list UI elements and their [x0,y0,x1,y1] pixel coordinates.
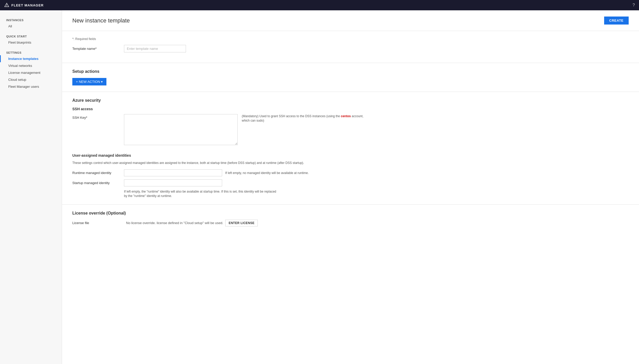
template-name-section: *: Required fields Template name* [62,31,639,63]
managed-identities-description: These settings control which user-assign… [72,161,629,165]
main-layout: INSTANCES All QUICK START Fleet blueprin… [0,10,639,364]
page-header: New instance template CREATE [62,10,639,31]
app-name: FLEET MANAGER [11,3,44,7]
ssh-hint-pre: (Mandatory) Used to grant SSH access to … [242,114,341,118]
new-action-button[interactable]: + NEW ACTION ▾ [72,78,106,85]
sidebar-item-fleet-blueprints[interactable]: Fleet blueprints [0,39,62,46]
runtime-identity-label: Runtime managed identity [72,171,124,175]
enter-license-button[interactable]: ENTER LICENSE [225,220,258,226]
create-button[interactable]: CREATE [604,17,629,25]
license-file-label: License file [72,221,124,225]
managed-identities-heading: User-assigned managed identities [72,153,629,157]
sidebar-section-instances: INSTANCES All [0,17,62,30]
sidebar-section-settings: SETTINGS Instance templates Virtual netw… [0,49,62,90]
startup-identity-input[interactable] [124,179,222,186]
template-name-label: Template name* [72,47,124,51]
sidebar-item-cloud-setup[interactable]: Cloud setup [0,76,62,83]
sidebar-item-license-management[interactable]: License management [0,69,62,76]
help-icon[interactable]: ? [633,3,635,7]
ssh-key-row: SSH Key* (Mandatory) Used to grant SSH a… [72,114,629,145]
license-file-row: License file No license override. licens… [72,220,629,226]
main-content: New instance template CREATE *: Required… [62,10,639,364]
sidebar-section-quickstart: QUICK START Fleet blueprints [0,33,62,46]
runtime-identity-hint: If left empty, no managed identity will … [225,171,309,175]
startup-identity-label: Startup managed identity [72,181,124,185]
ssh-key-input[interactable] [124,114,238,145]
template-name-row: Template name* [72,45,629,52]
page-title: New instance template [72,17,130,24]
ssh-hint-account: centos [341,114,351,118]
sidebar-section-title-settings: SETTINGS [0,49,62,55]
sidebar-item-virtual-networks[interactable]: Virtual networks [0,62,62,69]
runtime-identity-input[interactable] [124,169,222,176]
sidebar-item-all[interactable]: All [0,23,62,30]
ssh-access-heading: SSH access [72,107,629,111]
ssh-key-label: SSH Key* [72,114,124,120]
managed-identities-section: User-assigned managed identities These s… [72,153,629,198]
startup-identity-row: Startup managed identity [72,179,629,186]
top-nav: FLEET MANAGER ? [0,0,639,10]
azure-security-section: Azure security SSH access SSH Key* (Mand… [62,92,639,204]
svg-point-2 [6,6,7,6]
app-logo-icon [4,3,9,8]
startup-identity-hint: If left empty, the "runtime" identity wi… [124,189,279,198]
template-name-input[interactable] [124,45,186,52]
runtime-identity-row: Runtime managed identity If left empty, … [72,169,629,176]
setup-actions-heading: Setup actions [72,69,629,74]
license-override-section: License override (Optional) License file… [62,204,639,233]
azure-security-heading: Azure security [72,98,629,103]
license-override-heading: License override (Optional) [72,211,629,216]
no-license-text: No license override. license defined in … [126,221,223,225]
sidebar-section-title-quickstart: QUICK START [0,33,62,39]
sidebar-item-fleet-manager-users[interactable]: Fleet Manager users [0,83,62,90]
app-brand: FLEET MANAGER [4,3,44,8]
required-note: *: Required fields [72,37,629,41]
setup-actions-section: Setup actions + NEW ACTION ▾ [62,63,639,92]
sidebar: INSTANCES All QUICK START Fleet blueprin… [0,10,62,364]
sidebar-item-instance-templates[interactable]: Instance templates [0,55,62,62]
sidebar-section-title-instances: INSTANCES [0,17,62,23]
ssh-key-hint: (Mandatory) Used to grant SSH access to … [242,114,371,123]
